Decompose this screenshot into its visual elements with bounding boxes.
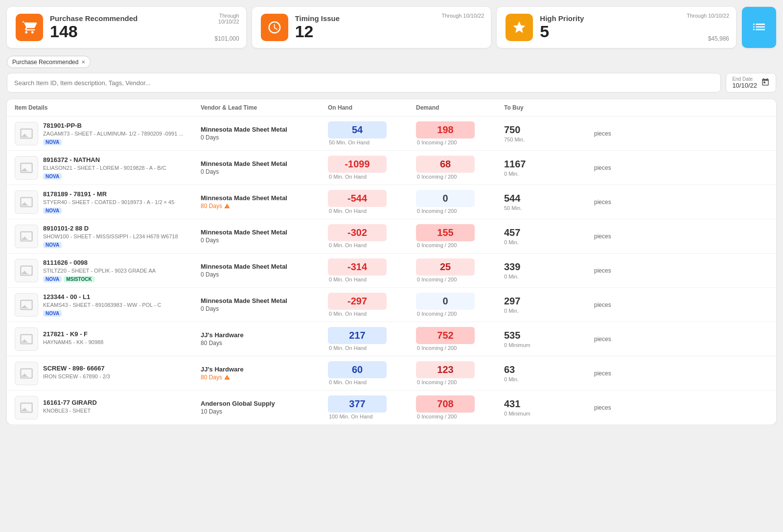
vendor-cell: Minnesota Made Sheet Metal 0 Days [201,263,328,278]
on-hand-value: 377 [328,395,387,413]
item-tag: NOVA [43,139,62,145]
vendor-days-warning: 80 Days [201,374,328,381]
filter-tag[interactable]: Purchase Recommended × [7,56,91,68]
purchase-recommended-icon [16,14,43,41]
tobuy-sub: 0 Min. [504,171,592,177]
item-cell: 8178189 - 78191 - MR STYER40 - SHEET - C… [15,190,201,214]
item-tag: MSISTOCK [64,276,94,282]
on-hand-cell: -297 0 Min. On Hand [328,293,416,317]
item-tags: NOVAMSISTOCK [43,276,156,282]
search-row: End Date 10/10/22 [0,73,783,99]
vendor-name: JJ's Hardware [201,331,328,339]
timing-issue-number: 12 [295,23,340,41]
timing-issue-through: Through 10/10/22 [441,13,484,19]
on-hand-value: 60 [328,361,387,378]
tobuy-cell: 339 0 Min. [504,261,592,279]
high-priority-card[interactable]: High Priority 5 Through 10/10/22 $45,986 [497,7,736,48]
timing-issue-icon [261,14,288,41]
item-id: SCREW - 898- 66667 [43,365,110,372]
calendar-icon[interactable] [761,78,770,88]
unit-cell: pieces [592,233,622,240]
tobuy-sub: 0 Minimum [504,342,592,348]
table-row[interactable]: 8910101-2 88 D SHOW100 - SHEET - MISSISS… [7,219,776,254]
item-cell: 781901-PP-B ZAGAMI73 - SHEET - ALUMINUM-… [15,122,201,145]
vendor-name: Minnesota Made Sheet Metal [201,194,328,202]
high-priority-title: High Priority [540,14,584,23]
item-desc: IRON SCREW - 67890 - 2/3 [43,373,110,379]
unit-cell: pieces [592,301,622,308]
item-tags: NOVA [43,242,178,248]
unit-cell: pieces [592,370,622,377]
tobuy-value: 535 [504,330,592,341]
item-tag: NOVA [43,173,62,180]
item-id: 217821 - K9 - F [43,330,103,338]
tobuy-cell: 63 0 Min. [504,364,592,382]
item-cell: 123344 - 00 - L1 KEAMS43 - SHEET - 89108… [15,293,201,317]
purchase-recommended-card[interactable]: Purchase Recommended 148 Through10/10/22… [7,7,246,48]
table-row[interactable]: 8178189 - 78191 - MR STYER40 - SHEET - C… [7,185,776,219]
item-id: 8178189 - 78191 - MR [43,190,174,198]
tobuy-value: 457 [504,227,592,238]
on-hand-sub: 0 Min. On Hand [328,208,416,214]
item-tags: NOVA [43,208,174,214]
demand-value: 0 [416,293,475,310]
date-picker[interactable]: End Date 10/10/22 [726,73,776,93]
demand-value: 123 [416,361,475,378]
on-hand-cell: -314 0 Min. On Hand [328,258,416,282]
demand-sub: 0 Incoming / 200 [416,242,504,248]
table-row[interactable]: 8916372 - NATHAN ELIASON21 - SHEET - LOR… [7,151,776,185]
item-info: 123344 - 00 - L1 KEAMS43 - SHEET - 89108… [43,293,161,317]
tobuy-cell: 1167 0 Min. [504,159,592,177]
item-thumbnail [15,156,38,180]
high-priority-icon [506,14,533,41]
tobuy-value: 339 [504,261,592,273]
vendor-cell: Minnesota Made Sheet Metal 0 Days [201,160,328,175]
filter-bar: Purchase Recommended × [0,53,783,73]
item-thumbnail [15,259,38,282]
on-hand-cell: 217 0 Min. On Hand [328,327,416,351]
date-info: End Date 10/10/22 [732,76,757,89]
on-hand-sub: 100 Min. On Hand [328,414,416,419]
search-input[interactable] [7,73,721,93]
timing-issue-card[interactable]: Timing Issue 12 Through 10/10/22 [252,7,491,48]
tobuy-cell: 431 0 Minimum [504,398,592,416]
item-desc: STYER40 - SHEET - COATED - 9018973 - A -… [43,199,174,205]
demand-cell: 752 0 Incoming / 200 [416,327,504,351]
item-info: 8111626 - 0098 STILTZ20 - SHEET - OPLIK … [43,259,156,282]
table-row[interactable]: 123344 - 00 - L1 KEAMS43 - SHEET - 89108… [7,288,776,322]
demand-value: 68 [416,156,475,173]
tobuy-sub: 0 Min. [504,274,592,279]
item-cell: SCREW - 898- 66667 IRON SCREW - 67890 - … [15,362,201,385]
list-view-card[interactable] [742,7,776,48]
table-row[interactable]: 217821 - K9 - F HAYNAM45 - KK - 90988 JJ… [7,322,776,356]
filter-close-icon[interactable]: × [81,58,85,66]
vendor-cell: Minnesota Made Sheet Metal 80 Days [201,194,328,209]
item-cell: 8910101-2 88 D SHOW100 - SHEET - MISSISS… [15,225,201,248]
vendor-cell: Minnesota Made Sheet Metal 0 Days [201,297,328,312]
demand-sub: 0 Incoming / 200 [416,174,504,180]
col-header-vendor: Vendor & Lead Time [201,104,328,111]
item-id: 8111626 - 0098 [43,259,156,266]
tobuy-value: 431 [504,398,592,410]
high-priority-number: 5 [540,23,584,41]
tobuy-cell: 457 0 Min. [504,227,592,245]
tobuy-value: 544 [504,193,592,204]
vendor-days: 0 Days [201,168,328,175]
table-row[interactable]: 16161-77 GIRARD KNOBLE3 - SHEET Anderson… [7,391,776,424]
demand-sub: 0 Incoming / 200 [416,379,504,385]
demand-cell: 0 0 Incoming / 200 [416,293,504,317]
purchase-recommended-info: Purchase Recommended 148 [50,14,138,41]
item-desc: STILTZ20 - SHEET - OPLIK - 9023 GRADE AA [43,268,156,274]
table-row[interactable]: SCREW - 898- 66667 IRON SCREW - 67890 - … [7,356,776,391]
high-priority-through: Through 10/10/22 [687,13,729,19]
item-desc: KNOBLE3 - SHEET [43,408,97,414]
table-row[interactable]: 781901-PP-B ZAGAMI73 - SHEET - ALUMINUM-… [7,116,776,151]
tobuy-value: 750 [504,124,592,136]
demand-sub: 0 Incoming / 200 [416,208,504,214]
item-desc: HAYNAM45 - KK - 90988 [43,339,103,345]
item-id: 8910101-2 88 D [43,225,178,232]
on-hand-cell: -1099 0 Min. On Hand [328,156,416,180]
tobuy-value: 297 [504,296,592,307]
table-row[interactable]: 8111626 - 0098 STILTZ20 - SHEET - OPLIK … [7,254,776,288]
item-thumbnail [15,396,38,419]
